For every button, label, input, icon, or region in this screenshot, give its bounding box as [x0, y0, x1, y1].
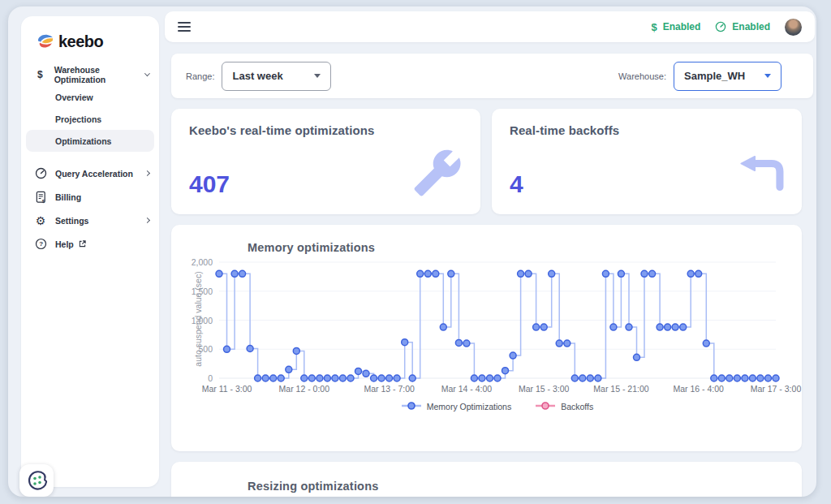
chevron-down-icon — [144, 71, 150, 76]
data-point — [463, 340, 470, 347]
data-point — [757, 375, 764, 381]
chevron-right-icon — [144, 170, 150, 176]
x-tick-label: Mar 15 - 3:00 — [519, 384, 569, 394]
data-point — [571, 375, 578, 381]
data-point — [487, 375, 493, 381]
data-point — [347, 375, 354, 381]
menu-button[interactable] — [178, 19, 191, 34]
x-tick-label: Mar 11 - 3:00 — [202, 384, 252, 394]
gauge-icon — [715, 21, 726, 32]
data-point — [301, 375, 308, 381]
data-point — [610, 324, 617, 330]
cookie-settings-button[interactable] — [19, 464, 54, 497]
data-point — [718, 375, 725, 381]
range-label: Range: — [186, 71, 214, 81]
sidebar-item-query-acceleration[interactable]: Query Acceleration — [21, 162, 159, 185]
legend-item-backoffs[interactable]: Backoffs — [536, 402, 593, 411]
sidebar-item-billing[interactable]: $ Billing — [21, 185, 159, 209]
stat-value: 407 — [189, 170, 230, 198]
data-point — [579, 375, 586, 381]
resizing-card: Resizing optimizations — [171, 462, 802, 497]
keebo-logo-text: keebo — [58, 32, 103, 51]
chevron-right-icon — [144, 218, 150, 223]
dollar-icon: $ — [34, 69, 46, 80]
data-point — [293, 347, 299, 354]
legend-marker-icon — [402, 402, 421, 411]
warehouse-status-badge[interactable]: $ Enabled — [651, 21, 700, 33]
data-point — [286, 366, 292, 373]
data-point — [324, 375, 330, 381]
chevron-down-icon — [764, 74, 771, 78]
data-point — [556, 340, 562, 347]
sidebar-subitem-projections[interactable]: Projections — [26, 108, 154, 130]
y-tick-label: 2,000 — [175, 257, 213, 267]
data-point — [247, 346, 253, 352]
data-point — [549, 270, 555, 277]
data-point — [448, 270, 454, 277]
topbar: $ Enabled Enabled — [165, 11, 815, 42]
range-select[interactable]: Last week — [222, 62, 331, 91]
data-point — [440, 324, 446, 330]
keebo-logo[interactable]: keebo — [21, 16, 159, 62]
data-point — [216, 270, 222, 277]
data-point — [378, 375, 385, 381]
sidebar-subitem-optimizations[interactable]: Optimizations — [26, 130, 154, 152]
sidebar-subitem-overview[interactable]: Overview — [26, 86, 154, 108]
sidebar-item-warehouse-optimization[interactable]: $ Warehouse Optimization — [21, 62, 159, 86]
undo-arrow-icon — [740, 156, 787, 198]
data-point — [680, 324, 687, 330]
legend-item-memory-optimizations[interactable]: Memory Optimizations — [402, 402, 511, 411]
data-point — [540, 324, 547, 330]
data-point — [231, 270, 238, 277]
stat-card-backoffs: Real-time backoffs 4 — [492, 109, 802, 214]
query-acceleration-status-badge[interactable]: Enabled — [715, 21, 770, 32]
data-point — [402, 339, 408, 346]
x-tick-label: Mar 14 - 4:00 — [441, 384, 492, 394]
data-point — [255, 375, 261, 381]
data-point — [726, 375, 733, 381]
svg-text:?: ? — [39, 240, 43, 248]
gear-icon: ⚙ — [34, 215, 47, 226]
data-point — [394, 375, 400, 381]
sidebar-item-help[interactable]: ? Help — [21, 232, 159, 256]
data-point — [734, 375, 740, 381]
data-point — [564, 340, 571, 347]
sidebar: keebo $ Warehouse Optimization Overview … — [21, 16, 159, 487]
data-point — [749, 375, 756, 381]
data-point — [270, 375, 277, 381]
chart-card: Memory optimizations auto suspend value … — [171, 225, 802, 451]
avatar[interactable] — [785, 19, 802, 36]
legend-marker-icon — [536, 402, 555, 411]
data-point — [657, 324, 663, 330]
data-point — [339, 375, 346, 381]
keebo-logo-icon — [36, 33, 55, 50]
y-tick-label: 0 — [175, 373, 213, 383]
data-point — [332, 375, 338, 381]
chart-plot — [219, 262, 776, 378]
sidebar-item-label: Warehouse Optimization — [54, 65, 146, 84]
x-tick-label: Mar 12 - 0:00 — [279, 384, 329, 394]
warehouse-select[interactable]: Sample_WH — [674, 62, 781, 91]
data-point — [773, 375, 779, 381]
help-icon: ? — [34, 238, 47, 250]
data-point — [687, 270, 694, 277]
data-point — [417, 270, 424, 277]
y-tick-label: 500 — [175, 344, 213, 354]
data-point — [502, 368, 509, 374]
x-tick-label: Mar 13 - 7:00 — [364, 384, 414, 394]
data-point — [471, 375, 477, 381]
external-link-icon — [79, 239, 86, 249]
data-point — [371, 375, 377, 381]
filter-bar: Range: Last week Warehouse: Sample_WH — [171, 54, 813, 98]
x-tick-label: Mar 17 - 3:00 — [751, 384, 801, 394]
data-point — [649, 270, 656, 277]
data-point — [316, 375, 323, 381]
data-point — [455, 339, 462, 346]
data-point — [386, 375, 393, 381]
data-point — [525, 270, 532, 277]
data-point — [363, 370, 369, 377]
sidebar-item-settings[interactable]: ⚙ Settings — [21, 209, 159, 232]
dollar-icon: $ — [651, 21, 657, 33]
x-tick-label: Mar 15 - 21:00 — [593, 384, 648, 394]
data-point — [409, 375, 416, 381]
